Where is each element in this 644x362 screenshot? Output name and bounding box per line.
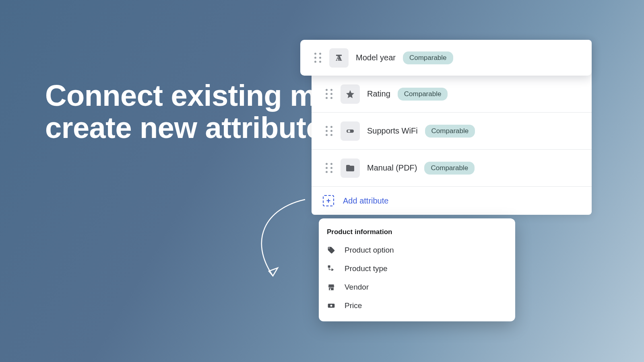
store-icon (327, 283, 336, 292)
svg-point-2 (348, 130, 350, 132)
dropdown-header: Product information (319, 224, 515, 241)
svg-text:A: A (336, 53, 342, 63)
star-icon (341, 84, 360, 104)
svg-rect-7 (329, 288, 334, 290)
svg-rect-8 (330, 288, 331, 290)
dropdown-item-label: Product type (345, 264, 388, 273)
toggle-icon (341, 121, 360, 141)
dropdown-item-price[interactable]: Price (319, 296, 515, 315)
attribute-row-featured[interactable]: A Model year Comparable (300, 40, 592, 76)
attribute-list: A Model year Comparable Rating Comparabl… (312, 40, 592, 215)
dropdown-item-product-option[interactable]: Product option (319, 241, 515, 259)
drag-handle-icon[interactable] (325, 88, 333, 100)
drag-handle-icon[interactable] (325, 125, 333, 137)
attribute-row[interactable]: Supports WiFi Comparable (312, 113, 592, 150)
attribute-label: Model year (356, 53, 396, 62)
comparable-badge: Comparable (425, 125, 475, 138)
dropdown-item-label: Price (345, 301, 362, 310)
svg-rect-4 (328, 265, 330, 268)
dropdown-item-product-type[interactable]: Product type (319, 259, 515, 278)
text-type-icon: A (329, 48, 349, 68)
tree-tag-icon (327, 264, 336, 273)
dropdown-item-label: Product option (345, 246, 394, 255)
svg-point-10 (330, 305, 332, 307)
add-attribute-button[interactable]: + Add attribute (312, 187, 592, 215)
tag-icon (327, 246, 336, 255)
file-icon (341, 158, 360, 178)
svg-point-5 (332, 269, 332, 270)
dropdown-item-label: Vendor (345, 283, 369, 292)
svg-rect-6 (328, 284, 334, 286)
attribute-row[interactable]: Manual (PDF) Comparable (312, 150, 592, 187)
price-icon (327, 301, 336, 310)
drag-handle-icon[interactable] (325, 162, 333, 174)
drag-handle-icon[interactable] (314, 52, 322, 64)
product-info-dropdown: Product information Product option Produ… (319, 218, 515, 321)
comparable-badge: Comparable (424, 162, 475, 175)
attribute-row[interactable]: Rating Comparable (312, 76, 592, 113)
comparable-badge: Comparable (403, 51, 453, 64)
add-icon: + (323, 195, 334, 206)
comparable-badge: Comparable (398, 88, 448, 101)
add-attribute-label: Add attribute (343, 196, 388, 206)
attribute-label: Supports WiFi (367, 126, 418, 136)
attribute-label: Manual (PDF) (367, 163, 417, 173)
attribute-label: Rating (367, 89, 390, 99)
dropdown-item-vendor[interactable]: Vendor (319, 278, 515, 296)
decorative-arrow (249, 196, 309, 281)
